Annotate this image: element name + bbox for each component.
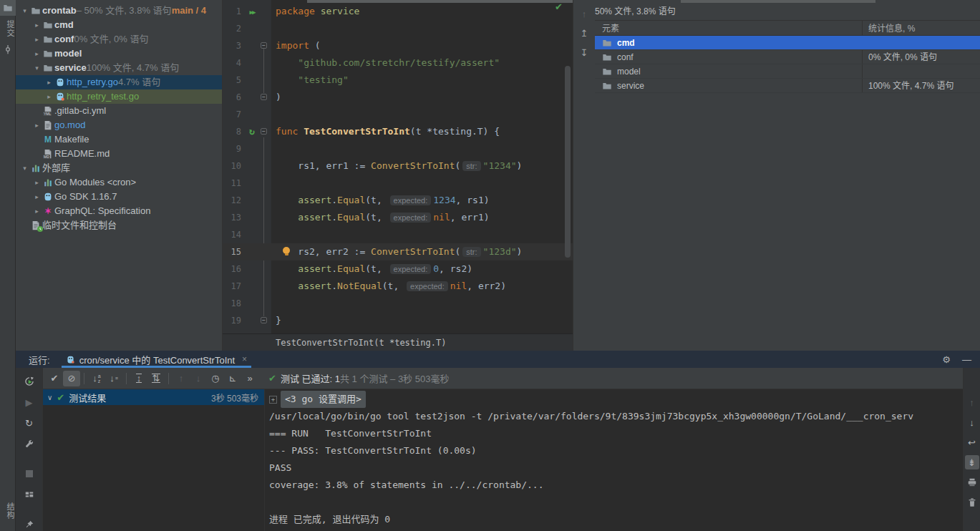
test-results-row[interactable]: ∨ ✔ 测试结果 3秒 503毫秒	[43, 389, 264, 405]
scroll-up-icon[interactable]: ↑	[965, 395, 979, 409]
code-line[interactable]: 13 assert.Equal(t, expected:nil, err1)	[223, 209, 573, 226]
code-line[interactable]: 9	[223, 140, 573, 157]
chevron-right-icon[interactable]: ▸	[32, 175, 42, 190]
chevron-down-icon[interactable]: ▾	[20, 4, 29, 18]
soft-wrap-icon[interactable]: ↩	[965, 435, 979, 449]
chevron-right-icon[interactable]: ▸	[32, 118, 42, 132]
project-tree-item[interactable]: ▸model	[16, 47, 222, 61]
code-line[interactable]: 14	[223, 226, 573, 243]
project-tree-item[interactable]: ▸cmd	[16, 18, 222, 32]
collapse-all-icon[interactable]: ⇅	[147, 371, 165, 386]
show-ignored-icon[interactable]: ⊘	[63, 371, 80, 386]
chevron-right-icon[interactable]: ▸	[32, 190, 42, 204]
rerun-passed-gutter-icon[interactable]: ↻	[246, 123, 258, 140]
project-tree-item[interactable]: 临时文件和控制台	[16, 218, 222, 233]
close-tab-icon[interactable]: ×	[242, 354, 247, 364]
code-line[interactable]: 15 rs2, err2 := ConvertStrToInt(str:"123…	[223, 243, 573, 260]
commit-tool-button[interactable]	[0, 42, 16, 57]
test-settings-wrench-icon[interactable]	[21, 436, 38, 452]
code-line[interactable]: 18	[223, 295, 573, 312]
run-console[interactable]: +<3 go 设置调用>/usr/local/go/bin/go tool te…	[265, 389, 963, 531]
next-occurrence-icon[interactable]: ↓	[190, 371, 207, 386]
scroll-down-icon[interactable]: ↓	[965, 415, 979, 429]
chevron-down-icon[interactable]: ▾	[32, 61, 42, 75]
commit-tool-label[interactable]: 提交	[0, 20, 16, 37]
code-line[interactable]: 6−)	[223, 89, 573, 106]
chevron-down-icon[interactable]: ▾	[20, 161, 29, 175]
sort-alphabetically-icon[interactable]: ↓a z	[88, 371, 105, 386]
project-tree-item[interactable]: ▸Go Modules <cron>	[16, 175, 222, 190]
toggle-auto-test-icon[interactable]: ↻	[21, 415, 38, 431]
restore-layout-icon[interactable]	[21, 487, 38, 502]
editor-vertical-scrollbar[interactable]	[565, 66, 571, 258]
chevron-right-icon[interactable]: ▸	[32, 47, 42, 61]
code-line[interactable]: 12 assert.Equal(t, expected:1234, rs1)	[223, 192, 573, 209]
scroll-to-end-icon[interactable]: ⇟	[965, 455, 979, 469]
stop-icon[interactable]	[21, 466, 38, 482]
project-tree-item[interactable]: ▸Go SDK 1.16.7	[16, 190, 222, 204]
project-tree-item[interactable]: ▸conf 0% 文件, 0% 语句	[16, 32, 222, 47]
rerun-failed-tests-icon[interactable]: ▶	[21, 394, 38, 410]
expand-all-icon[interactable]: ↕	[130, 371, 147, 386]
code-line[interactable]: 7	[223, 106, 573, 123]
project-tree-item[interactable]: ▸http_retry.go 4.7% 语句	[16, 75, 222, 89]
chevron-right-icon[interactable]: ▸	[44, 89, 54, 104]
settings-gear-icon[interactable]: ⚙	[942, 354, 951, 365]
show-passed-icon[interactable]: ✔	[46, 371, 63, 386]
project-tree-item[interactable]: ▸http_retry_test.go	[16, 89, 222, 104]
print-icon[interactable]	[965, 475, 979, 489]
project-tree-item[interactable]: ▾外部库	[16, 161, 222, 175]
fold-expand-icon[interactable]: +	[269, 396, 277, 404]
code-line[interactable]: 1▶▶package service	[223, 3, 573, 20]
coverage-column-element[interactable]: 元素	[595, 21, 862, 35]
scroll-up-icon[interactable]: ↑	[582, 9, 587, 19]
chevron-right-icon[interactable]: ▸	[32, 32, 42, 47]
editor-horizontal-scrollbar[interactable]	[307, 0, 573, 3]
chevron-right-icon[interactable]: ▸	[44, 75, 54, 89]
chevron-down-icon[interactable]: ∨	[47, 394, 52, 401]
structure-tool-label[interactable]: 结构	[0, 502, 16, 520]
code-line[interactable]: 10 rs1, err1 := ConvertStrToInt(str:"123…	[223, 157, 573, 175]
coverage-row[interactable]: conf0% 文件, 0% 语句	[595, 50, 980, 64]
code-line[interactable]: 3−import (	[223, 37, 573, 54]
code-line[interactable]: 2	[223, 20, 573, 37]
jump-to-covered-next-icon[interactable]: ↧	[581, 47, 588, 58]
coverage-column-stats[interactable]: 统计信息, %	[862, 21, 980, 35]
pin-tab-icon[interactable]	[21, 517, 38, 531]
code-line[interactable]: 5 "testing"	[223, 72, 573, 89]
code-line[interactable]: 8↻−func TestConvertStrToInt(t *testing.T…	[223, 123, 573, 140]
jump-to-covered-prev-icon[interactable]: ↥	[581, 28, 588, 39]
clear-all-icon[interactable]	[965, 495, 979, 510]
coverage-horizontal-scrollbar[interactable]	[681, 0, 875, 3]
import-test-results-icon[interactable]: ⊾	[224, 371, 241, 386]
test-history-icon[interactable]: ◷	[207, 371, 224, 386]
code-line[interactable]: 11	[223, 175, 573, 192]
sort-by-duration-icon[interactable]: ↓≡	[105, 371, 122, 386]
run-tab[interactable]: cron/service 中的 TestConvertStrToInt ×	[62, 351, 251, 368]
code-line[interactable]: 4 "github.com/stretchr/testify/assert"	[223, 54, 573, 72]
previous-occurrence-icon[interactable]: ↑	[173, 371, 190, 386]
chevron-right-icon[interactable]: ▸	[32, 204, 42, 218]
project-tree-item[interactable]: YML.gitlab-ci.yml	[16, 104, 222, 118]
code-line[interactable]: 16 assert.Equal(t, expected:0, rs2)	[223, 260, 573, 278]
code-line[interactable]: 19−}	[223, 312, 573, 329]
project-tool-button[interactable]	[0, 0, 16, 16]
coverage-row[interactable]: service100% 文件, 4.7% 语句	[595, 79, 980, 93]
project-tree-item[interactable]: ▸✶GraphQL: Specification	[16, 204, 222, 218]
project-tree-item[interactable]: MDREADME.md	[16, 147, 222, 161]
project-tree-item[interactable]: MMakefile	[16, 132, 222, 147]
hide-panel-icon[interactable]: —	[962, 354, 971, 365]
project-tree-item[interactable]: ▾crontab – 50% 文件, 3.8% 语句 main / 4	[16, 4, 222, 18]
coverage-row[interactable]: cmd	[595, 36, 980, 50]
inspections-ok-icon[interactable]: ✔	[555, 1, 563, 12]
run-test-gutter-icon[interactable]: ▶▶	[246, 3, 258, 21]
project-tree-item[interactable]: ▸go.mod	[16, 118, 222, 132]
fold-marker-icon[interactable]: −	[261, 42, 267, 49]
more-actions-icon[interactable]: »	[241, 371, 258, 386]
chevron-right-icon[interactable]: ▸	[32, 18, 42, 32]
coverage-row[interactable]: model	[595, 64, 980, 79]
editor[interactable]: 1▶▶package service23−import (4 "github.c…	[223, 0, 573, 351]
fold-marker-icon[interactable]: −	[261, 317, 267, 323]
code-line[interactable]: 17 assert.NotEqual(t, expected:nil, err2…	[223, 278, 573, 295]
fold-marker-icon[interactable]: −	[261, 128, 267, 135]
